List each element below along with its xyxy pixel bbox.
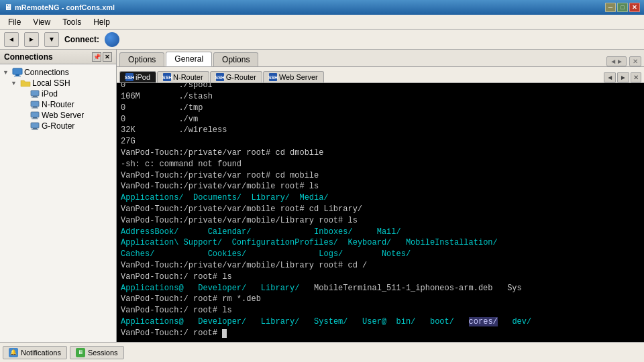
terminal-text: [343, 249, 382, 259]
connections-icon: [12, 68, 23, 77]
outer-tab-controls: ◄► ✕: [606, 56, 641, 66]
arrow-down-button[interactable]: ▼: [44, 32, 59, 47]
pin-button[interactable]: 📌: [92, 52, 101, 62]
terminal-text: Applications@: [121, 284, 184, 293]
close-button[interactable]: ✕: [629, 3, 640, 12]
connections-header: Connections 📌 ✕: [0, 50, 116, 64]
menu-view[interactable]: View: [28, 16, 56, 28]
terminal-text: Application\ Support/: [121, 238, 222, 247]
terminal-text: [184, 317, 199, 326]
terminal-text: [338, 238, 347, 247]
terminal-line: 32K ./wireless: [121, 125, 640, 136]
terminal-text: Keyboard/: [347, 238, 391, 247]
tab-general[interactable]: General: [166, 52, 212, 66]
tree-item-g-router[interactable]: G-Router: [1, 121, 115, 131]
terminal-line: Applications@ Developer/ Library/ Mobile…: [121, 283, 640, 294]
minimize-button[interactable]: ─: [605, 3, 616, 12]
terminal-text: Notes/: [382, 249, 411, 259]
menu-file[interactable]: File: [3, 16, 26, 28]
tree-label: N-Router: [42, 100, 74, 109]
tab-web-server[interactable]: SSH Web Server: [263, 71, 324, 82]
terminal-line: 0 ./tmp: [121, 103, 640, 114]
terminal-text: ConfigurationProfiles/: [232, 238, 338, 247]
close-tab-button[interactable]: ✕: [629, 56, 641, 66]
terminal-text: Developer/: [198, 317, 246, 326]
notifications-button[interactable]: 🔔 Notifications: [3, 346, 67, 359]
tab-label: iPod: [136, 73, 150, 81]
terminal-text: Applications@: [121, 317, 184, 326]
terminal-text: ./tmp: [125, 103, 203, 113]
tree-label: Local SSH: [32, 78, 70, 88]
terminal-text: [498, 317, 513, 326]
terminal-line: 0 ./vm: [121, 114, 640, 125]
tree-item-n-router[interactable]: N-Router: [1, 99, 115, 110]
back-button[interactable]: ◄: [4, 32, 19, 47]
terminal-text: boot/: [430, 317, 454, 326]
terminal-line: VanPod-Touch:/private/var root# cd dmobi…: [121, 147, 640, 159]
tree-label: Connections: [24, 68, 69, 77]
terminal-text: [178, 227, 207, 237]
menu-bar: File View Tools Help: [0, 15, 644, 29]
terminal-text: [415, 317, 430, 326]
tab-options-2[interactable]: Options: [213, 52, 258, 66]
terminal-line: 106M ./stash: [121, 91, 640, 103]
arrow-icon: ▼: [3, 69, 12, 76]
terminal-text: Developer/: [198, 284, 246, 293]
terminal-text: MobileInstallation/: [406, 238, 498, 247]
terminal-area[interactable]: 0 ./msgs28K ./preferences4.6M ./root12K …: [117, 83, 644, 342]
terminal-text: Library/: [261, 284, 300, 293]
tab-g-router[interactable]: SSH G-Router: [210, 71, 262, 82]
tree-item-local-ssh[interactable]: ▼ Local SSH: [1, 78, 115, 88]
tree-item-web-server[interactable]: Web Server: [1, 110, 115, 121]
terminal-line: VanPod-Touch:/ root#: [121, 328, 640, 339]
maximize-button[interactable]: □: [617, 3, 628, 12]
menu-tools[interactable]: Tools: [57, 16, 87, 28]
nav-prev-button[interactable]: ◄: [604, 72, 616, 82]
terminal-text: Logs/: [319, 249, 343, 259]
terminal-line: VanPod-Touch:/private/var/mobile root# c…: [121, 204, 640, 215]
terminal-text: ./stash: [140, 92, 213, 101]
ssh-icon: SSH: [163, 73, 171, 81]
svg-rect-14: [32, 129, 38, 130]
notifications-label: Notifications: [21, 349, 61, 357]
terminal-text: Calendar/: [208, 227, 252, 237]
nav-next-button[interactable]: ►: [617, 72, 629, 82]
title-text: mRemoteNG - confCons.xml: [15, 3, 115, 11]
close-inner-tab-button[interactable]: ✕: [631, 72, 641, 82]
terminal-text: Inboxes/: [314, 227, 353, 237]
inner-tab-bar: SSH iPod SSH N-Router SSH G-Router SSH W…: [117, 67, 644, 83]
node-icon: [30, 100, 40, 109]
terminal-text: cores/: [469, 317, 498, 326]
terminal-text: [246, 284, 261, 293]
terminal-text: [184, 193, 193, 202]
terminal-line: VanPod-Touch:/ root# rm *.deb: [121, 294, 640, 305]
float-button[interactable]: ◄►: [606, 56, 627, 66]
terminal-line: 27G: [121, 136, 640, 147]
tab-options-1[interactable]: Options: [119, 52, 164, 66]
terminal-text: [241, 193, 251, 202]
terminal-text: Cookies/: [208, 249, 247, 259]
tab-n-router[interactable]: SSH N-Router: [157, 71, 209, 82]
tree-item-ipod[interactable]: iPod: [1, 88, 115, 99]
tree-label: Web Server: [42, 111, 84, 120]
terminal-line: Caches/ Cookies/ Logs/ Notes/: [121, 249, 640, 260]
menu-help[interactable]: Help: [88, 16, 115, 28]
terminal-line: Application\ Support/ ConfigurationProfi…: [121, 237, 640, 249]
ssh-icon: SSH: [216, 73, 224, 81]
forward-button[interactable]: ►: [24, 32, 39, 47]
terminal-text: [299, 284, 314, 293]
arrow-icon: ▼: [11, 80, 20, 86]
terminal-text: ./wireless: [136, 125, 227, 135]
terminal-text: Media/: [299, 193, 328, 202]
terminal-line: VanPod-Touch:/ root# ls: [121, 305, 640, 316]
notifications-icon: 🔔: [9, 348, 18, 357]
close-connections-button[interactable]: ✕: [103, 52, 112, 62]
terminal-text: System/: [314, 317, 347, 326]
sessions-button[interactable]: 🖥 Sessions: [70, 346, 124, 359]
terminal-text: [348, 317, 363, 326]
tab-label: N-Router: [173, 73, 203, 81]
tree-item-connections-root[interactable]: ▼ Connections: [1, 67, 115, 78]
terminal-text: [184, 284, 199, 293]
tab-ipod[interactable]: SSH iPod: [119, 71, 156, 82]
ssh-icon: SSH: [125, 73, 133, 81]
